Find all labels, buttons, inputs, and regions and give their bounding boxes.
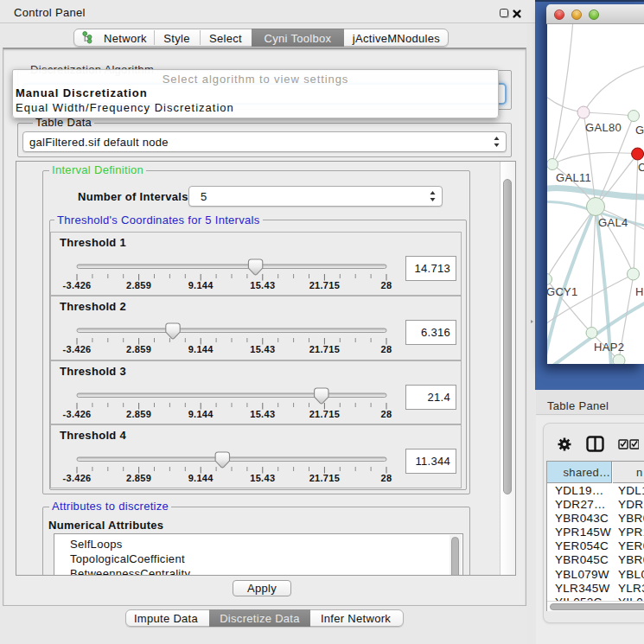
- svg-text:15.43: 15.43: [250, 280, 275, 290]
- svg-text:2.859: 2.859: [126, 344, 151, 354]
- svg-text:C: C: [638, 161, 644, 174]
- svg-text:9.144: 9.144: [188, 409, 214, 419]
- svg-text:28: 28: [381, 280, 392, 290]
- svg-text:9.144: 9.144: [188, 344, 214, 354]
- svg-text:GAL80: GAL80: [585, 121, 622, 134]
- svg-text:28: 28: [381, 344, 392, 354]
- svg-text:GCY1: GCY1: [547, 285, 578, 298]
- svg-text:28: 28: [381, 473, 392, 483]
- svg-text:15.43: 15.43: [250, 409, 275, 419]
- svg-text:2.859: 2.859: [126, 473, 151, 483]
- svg-text:21.715: 21.715: [309, 280, 340, 290]
- svg-text:GAL11: GAL11: [556, 171, 591, 184]
- svg-text:-3.426: -3.426: [63, 344, 92, 354]
- svg-text:2.859: 2.859: [126, 280, 151, 290]
- svg-text:21.715: 21.715: [309, 409, 340, 419]
- svg-text:9.144: 9.144: [188, 280, 214, 290]
- svg-text:9.144: 9.144: [188, 473, 214, 483]
- svg-text:-3.426: -3.426: [63, 280, 92, 290]
- svg-text:28: 28: [381, 409, 392, 419]
- svg-text:GAL4: GAL4: [598, 216, 628, 229]
- svg-text:15.43: 15.43: [250, 344, 275, 354]
- svg-text:15.43: 15.43: [250, 473, 275, 483]
- svg-text:-3.426: -3.426: [63, 409, 92, 419]
- svg-text:21.715: 21.715: [309, 344, 340, 354]
- svg-text:GA: GA: [635, 124, 644, 137]
- svg-text:-3.426: -3.426: [63, 473, 92, 483]
- svg-text:2.859: 2.859: [126, 409, 151, 419]
- svg-text:21.715: 21.715: [309, 473, 340, 483]
- svg-text:H: H: [635, 285, 644, 298]
- svg-text:HAP2: HAP2: [594, 341, 624, 354]
